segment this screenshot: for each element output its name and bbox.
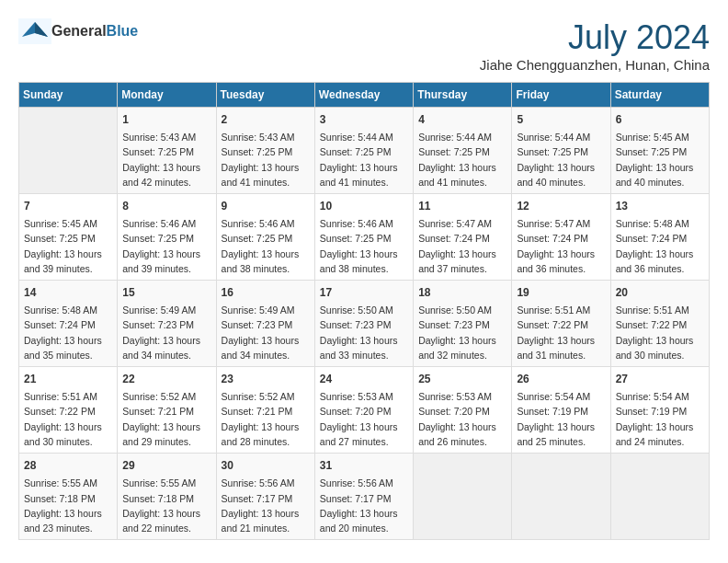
location: Jiahe Chengguanzhen, Hunan, China	[480, 57, 710, 73]
day-number: 26	[517, 371, 605, 387]
day-number: 4	[418, 111, 506, 128]
calendar-body: 1Sunrise: 5:43 AMSunset: 7:25 PMDaylight…	[19, 108, 710, 540]
col-wednesday: Wednesday	[314, 83, 413, 108]
day-number: 15	[122, 284, 210, 301]
day-number: 17	[320, 284, 408, 301]
table-row: 5Sunrise: 5:44 AMSunset: 7:25 PMDaylight…	[512, 108, 610, 194]
table-row: 29Sunrise: 5:55 AMSunset: 7:18 PMDayligh…	[118, 454, 216, 540]
day-number: 8	[122, 198, 210, 214]
day-number: 19	[517, 284, 605, 301]
day-number: 21	[24, 371, 112, 387]
day-info: Sunrise: 5:51 AMSunset: 7:22 PMDaylight:…	[24, 389, 112, 449]
logo-blue: Blue	[107, 23, 139, 39]
day-number: 13	[616, 198, 704, 214]
day-number: 23	[222, 371, 310, 387]
day-number: 18	[418, 284, 506, 301]
table-row: 16Sunrise: 5:49 AMSunset: 7:23 PMDayligh…	[216, 281, 314, 367]
table-row: 12Sunrise: 5:47 AMSunset: 7:24 PMDayligh…	[512, 194, 610, 281]
day-info: Sunrise: 5:49 AMSunset: 7:23 PMDaylight:…	[122, 303, 210, 362]
day-info: Sunrise: 5:46 AMSunset: 7:25 PMDaylight:…	[222, 216, 310, 276]
day-info: Sunrise: 5:52 AMSunset: 7:21 PMDaylight:…	[222, 389, 310, 449]
day-info: Sunrise: 5:50 AMSunset: 7:23 PMDaylight:…	[320, 303, 408, 362]
day-number: 28	[24, 457, 112, 474]
table-row: 15Sunrise: 5:49 AMSunset: 7:23 PMDayligh…	[118, 281, 216, 367]
col-saturday: Saturday	[610, 83, 709, 108]
day-number: 27	[616, 371, 704, 387]
table-row	[19, 108, 118, 194]
day-info: Sunrise: 5:44 AMSunset: 7:25 PMDaylight:…	[517, 130, 605, 190]
day-info: Sunrise: 5:47 AMSunset: 7:24 PMDaylight:…	[517, 216, 605, 276]
calendar-header-row: Sunday Monday Tuesday Wednesday Thursday…	[19, 83, 710, 108]
col-monday: Monday	[118, 83, 216, 108]
day-info: Sunrise: 5:48 AMSunset: 7:24 PMDaylight:…	[616, 216, 704, 276]
day-info: Sunrise: 5:43 AMSunset: 7:25 PMDaylight:…	[122, 130, 210, 190]
day-info: Sunrise: 5:45 AMSunset: 7:25 PMDaylight:…	[24, 216, 112, 276]
table-row: 26Sunrise: 5:54 AMSunset: 7:19 PMDayligh…	[512, 367, 610, 454]
day-info: Sunrise: 5:44 AMSunset: 7:25 PMDaylight:…	[320, 130, 408, 190]
day-info: Sunrise: 5:49 AMSunset: 7:23 PMDaylight:…	[222, 303, 310, 362]
day-number: 20	[616, 284, 704, 301]
calendar-week-row: 21Sunrise: 5:51 AMSunset: 7:22 PMDayligh…	[19, 367, 710, 454]
table-row: 4Sunrise: 5:44 AMSunset: 7:25 PMDaylight…	[414, 108, 512, 194]
day-info: Sunrise: 5:53 AMSunset: 7:20 PMDaylight:…	[418, 389, 506, 449]
table-row	[512, 454, 610, 540]
day-number: 25	[418, 371, 506, 387]
table-row: 18Sunrise: 5:50 AMSunset: 7:23 PMDayligh…	[414, 281, 512, 367]
day-number: 24	[320, 371, 408, 387]
day-info: Sunrise: 5:44 AMSunset: 7:25 PMDaylight:…	[418, 130, 506, 190]
calendar-week-row: 28Sunrise: 5:55 AMSunset: 7:18 PMDayligh…	[19, 454, 710, 540]
table-row: 19Sunrise: 5:51 AMSunset: 7:22 PMDayligh…	[512, 281, 610, 367]
day-info: Sunrise: 5:55 AMSunset: 7:18 PMDaylight:…	[24, 476, 112, 535]
day-info: Sunrise: 5:46 AMSunset: 7:25 PMDaylight:…	[122, 216, 210, 276]
day-number: 2	[222, 111, 310, 128]
table-row: 3Sunrise: 5:44 AMSunset: 7:25 PMDaylight…	[314, 108, 413, 194]
calendar-week-row: 14Sunrise: 5:48 AMSunset: 7:24 PMDayligh…	[19, 281, 710, 367]
table-row: 25Sunrise: 5:53 AMSunset: 7:20 PMDayligh…	[414, 367, 512, 454]
table-row: 31Sunrise: 5:56 AMSunset: 7:17 PMDayligh…	[314, 454, 413, 540]
table-row: 22Sunrise: 5:52 AMSunset: 7:21 PMDayligh…	[118, 367, 216, 454]
calendar-week-row: 7Sunrise: 5:45 AMSunset: 7:25 PMDaylight…	[19, 194, 710, 281]
logo: GeneralBlue	[18, 18, 138, 44]
day-info: Sunrise: 5:51 AMSunset: 7:22 PMDaylight:…	[616, 303, 704, 362]
table-row: 21Sunrise: 5:51 AMSunset: 7:22 PMDayligh…	[19, 367, 118, 454]
day-info: Sunrise: 5:43 AMSunset: 7:25 PMDaylight:…	[222, 130, 310, 190]
table-row: 6Sunrise: 5:45 AMSunset: 7:25 PMDaylight…	[610, 108, 709, 194]
day-number: 22	[122, 371, 210, 387]
day-info: Sunrise: 5:45 AMSunset: 7:25 PMDaylight:…	[616, 130, 704, 190]
day-number: 10	[320, 198, 408, 214]
day-number: 12	[517, 198, 605, 214]
day-info: Sunrise: 5:47 AMSunset: 7:24 PMDaylight:…	[418, 216, 506, 276]
day-info: Sunrise: 5:55 AMSunset: 7:18 PMDaylight:…	[122, 476, 210, 535]
day-info: Sunrise: 5:56 AMSunset: 7:17 PMDaylight:…	[320, 476, 408, 535]
day-info: Sunrise: 5:50 AMSunset: 7:23 PMDaylight:…	[418, 303, 506, 362]
table-row: 13Sunrise: 5:48 AMSunset: 7:24 PMDayligh…	[610, 194, 709, 281]
table-row: 28Sunrise: 5:55 AMSunset: 7:18 PMDayligh…	[19, 454, 118, 540]
col-tuesday: Tuesday	[216, 83, 314, 108]
page-header: GeneralBlue July 2024 Jiahe Chengguanzhe…	[18, 18, 710, 73]
table-row: 2Sunrise: 5:43 AMSunset: 7:25 PMDaylight…	[216, 108, 314, 194]
day-info: Sunrise: 5:51 AMSunset: 7:22 PMDaylight:…	[517, 303, 605, 362]
col-sunday: Sunday	[19, 83, 118, 108]
day-info: Sunrise: 5:46 AMSunset: 7:25 PMDaylight:…	[320, 216, 408, 276]
logo-general: General	[51, 23, 107, 39]
day-info: Sunrise: 5:52 AMSunset: 7:21 PMDaylight:…	[122, 389, 210, 449]
day-number: 7	[24, 198, 112, 214]
title-section: July 2024 Jiahe Chengguanzhen, Hunan, Ch…	[480, 18, 710, 73]
month-year: July 2024	[480, 18, 710, 57]
calendar-table: Sunday Monday Tuesday Wednesday Thursday…	[18, 82, 710, 540]
table-row: 17Sunrise: 5:50 AMSunset: 7:23 PMDayligh…	[314, 281, 413, 367]
table-row: 30Sunrise: 5:56 AMSunset: 7:17 PMDayligh…	[216, 454, 314, 540]
day-number: 16	[222, 284, 310, 301]
table-row: 8Sunrise: 5:46 AMSunset: 7:25 PMDaylight…	[118, 194, 216, 281]
table-row: 1Sunrise: 5:43 AMSunset: 7:25 PMDaylight…	[118, 108, 216, 194]
day-number: 31	[320, 457, 408, 474]
day-number: 1	[122, 111, 210, 128]
day-number: 6	[616, 111, 704, 128]
day-number: 14	[24, 284, 112, 301]
table-row: 9Sunrise: 5:46 AMSunset: 7:25 PMDaylight…	[216, 194, 314, 281]
day-number: 5	[517, 111, 605, 128]
table-row: 27Sunrise: 5:54 AMSunset: 7:19 PMDayligh…	[610, 367, 709, 454]
table-row: 14Sunrise: 5:48 AMSunset: 7:24 PMDayligh…	[19, 281, 118, 367]
table-row: 11Sunrise: 5:47 AMSunset: 7:24 PMDayligh…	[414, 194, 512, 281]
table-row: 7Sunrise: 5:45 AMSunset: 7:25 PMDaylight…	[19, 194, 118, 281]
